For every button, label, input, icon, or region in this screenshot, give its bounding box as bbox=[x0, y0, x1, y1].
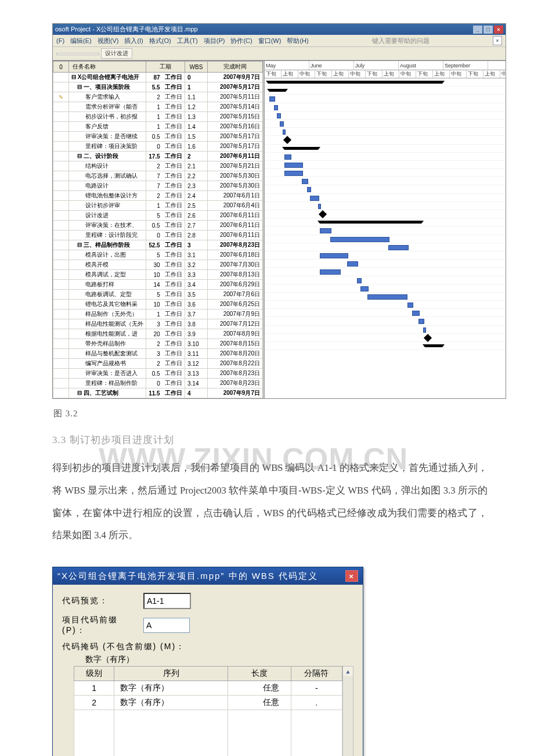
window-title: osoft Project - X公司组合锂离子电池开发项目.mpp bbox=[55, 25, 198, 34]
table-row[interactable]: 根据电性能测试，进20工作日3.92007年8月9日 bbox=[53, 329, 263, 339]
prefix-label: 项目代码前缀 (P)： bbox=[62, 615, 143, 636]
mask-row-empty bbox=[74, 710, 342, 756]
maximize-button[interactable]: □ bbox=[484, 26, 493, 34]
col-duration[interactable]: 工期 bbox=[146, 62, 185, 73]
table-row[interactable]: 结构设计2工作日2.12007年5月21日 bbox=[53, 161, 263, 171]
child-window-close[interactable]: × bbox=[493, 36, 502, 45]
table-row[interactable]: 模具调试，定型10工作日3.32007年8月13日 bbox=[53, 270, 263, 280]
close-button[interactable]: × bbox=[494, 26, 503, 34]
table-row[interactable]: 设计初步评审1工作日2.52007年6月4日 bbox=[53, 201, 263, 211]
table-row[interactable]: ⊟ X公司组合锂离子电池开87工作日02007年9月7日 bbox=[53, 73, 263, 82]
table-row[interactable]: ⊟ 二、设计阶段17.5工作日22007年6月11日 bbox=[53, 152, 263, 161]
window-buttons: _ □ × bbox=[473, 26, 503, 34]
mask-dropdown-value[interactable]: 数字（有序） bbox=[85, 654, 353, 665]
minimize-button[interactable]: _ bbox=[473, 26, 482, 34]
paragraph-text: 得到初步的项目进度计划表后，我们希望项目的 WBS 编码以 A1-1 的格式来定… bbox=[52, 462, 488, 541]
body-paragraph: WWW.ZIXIN.COM.CN 得到初步的项目进度计划表后，我们希望项目的 W… bbox=[52, 457, 488, 547]
dialog-title: “X公司组合锂离子电池开发项目.mpp” 中的 WBS 代码定义 bbox=[57, 571, 318, 582]
table-row[interactable]: 设计改进5工作日2.62007年6月11日 bbox=[53, 211, 263, 221]
task-table[interactable]: 0 任务名称 工期 WBS 完成时间 ⊟ X公司组合锂离子电池开87工作日020… bbox=[53, 61, 263, 398]
table-row[interactable]: 样品电性能测试（无外3工作日3.82007年7月12日 bbox=[53, 319, 263, 329]
table-row[interactable]: 锂电池包整体设计方2工作日2.42007年6月1日 bbox=[53, 191, 263, 201]
table-row[interactable]: ⊟ 四、工艺试制11.5工作日42007年9月7日 bbox=[53, 388, 263, 398]
table-row[interactable]: 评审决策：是否进入0.5工作日3.132007年8月23日 bbox=[53, 369, 263, 379]
figure-caption-3-2: 图 3.2 bbox=[53, 408, 488, 419]
mask-row: 1 数字（有序） 任意 - bbox=[74, 681, 342, 696]
table-row[interactable]: 电芯选择，测试确认7工作日2.22007年5月30日 bbox=[53, 171, 263, 181]
col-info[interactable]: 0 bbox=[53, 62, 69, 73]
table-row[interactable]: 电路设计7工作日2.32007年5月30日 bbox=[53, 181, 263, 191]
section-heading-3-3: 3.3 制订初步项目进度计划 bbox=[52, 433, 488, 447]
menu-insert[interactable]: 插入(I) bbox=[124, 37, 143, 45]
menu-edit[interactable]: 编辑(E) bbox=[70, 37, 92, 45]
table-row[interactable]: 电路板调试、定型5工作日3.52007年7月6日 bbox=[53, 290, 263, 300]
menu-help[interactable]: 帮助(H) bbox=[287, 37, 308, 45]
mask-col-len: 长度 bbox=[228, 667, 291, 681]
wbs-code-dialog: “X公司组合锂离子电池开发项目.mpp” 中的 WBS 代码定义 × 代码预览：… bbox=[52, 567, 363, 756]
table-row[interactable]: ⊟ 三、样品制作阶段52.5工作日32007年8月23日 bbox=[53, 240, 263, 250]
mask-col-sep: 分隔符 bbox=[291, 667, 342, 681]
dialog-close-icon[interactable]: × bbox=[345, 570, 358, 582]
mask-scrollbar[interactable]: ▲ ▼ bbox=[342, 666, 353, 756]
table-row[interactable]: 模具开模30工作日3.22007年7月30日 bbox=[53, 260, 263, 270]
table-row[interactable]: 评审决策：在技术、0.5工作日2.72007年6月11日 bbox=[53, 221, 263, 231]
table-row[interactable]: 样品制作（无外壳）1工作日3.72007年7月9日 bbox=[53, 309, 263, 319]
menu-format[interactable]: 格式(O) bbox=[149, 37, 171, 45]
prefix-input[interactable] bbox=[143, 618, 190, 633]
menu-view[interactable]: 视图(V) bbox=[98, 37, 119, 45]
mask-col-level: 级别 bbox=[74, 667, 114, 681]
col-finish[interactable]: 完成时间 bbox=[208, 62, 263, 73]
code-preview-label: 代码预览： bbox=[62, 596, 143, 606]
mask-row: 2 数字（有序） 任意 . bbox=[74, 696, 342, 710]
gantt-chart[interactable]: MayJuneJulyAugustSeptember 下旬上旬中旬下旬上旬中旬下… bbox=[265, 61, 506, 398]
window-titlebar: osoft Project - X公司组合锂离子电池开发项目.mpp _ □ × bbox=[53, 24, 506, 35]
table-row[interactable]: 锂电芯及其它物料采10工作日3.62007年6月25日 bbox=[53, 300, 263, 309]
mask-table[interactable]: 级别 序列 长度 分隔符 1 数字（有序） 任意 - 2 数字（有序） bbox=[74, 666, 342, 756]
menu-file[interactable]: (F) bbox=[56, 37, 64, 44]
table-row[interactable]: 初步设计书，初步报1工作日1.32007年5月15日 bbox=[53, 112, 263, 122]
project-window: osoft Project - X公司组合锂离子电池开发项目.mpp _ □ ×… bbox=[52, 23, 506, 399]
table-row[interactable]: 需求分析评审（能否1工作日1.22007年5月14日 bbox=[53, 102, 263, 112]
menu-bar: (F) 编辑(E) 视图(V) 插入(I) 格式(O) 工具(T) 项目(P) … bbox=[53, 35, 506, 47]
menu-window[interactable]: 窗口(W) bbox=[258, 37, 282, 45]
menu-collab[interactable]: 协作(C) bbox=[230, 37, 252, 45]
dialog-titlebar: “X公司组合锂离子电池开发项目.mpp” 中的 WBS 代码定义 × bbox=[53, 567, 363, 585]
formula-bar-value[interactable]: 设计改进 bbox=[101, 48, 132, 59]
mask-label: 代码掩码 (不包含前缀) (M)： bbox=[62, 642, 353, 652]
mask-col-seq: 序列 bbox=[114, 667, 228, 681]
code-preview-field bbox=[143, 593, 191, 609]
col-name[interactable]: 任务名称 bbox=[69, 62, 146, 73]
table-row[interactable]: 样品与整机配套测试3工作日3.112007年8月20日 bbox=[53, 349, 263, 359]
table-row[interactable]: 客户反馈1工作日1.42007年5月16日 bbox=[53, 122, 263, 132]
table-row[interactable]: 电路板打样14工作日3.42007年6月29日 bbox=[53, 280, 263, 290]
table-row[interactable]: 带外壳样品制作2工作日3.102007年8月15日 bbox=[53, 339, 263, 349]
table-row[interactable]: 里程碑：项目决策阶0工作日1.62007年5月17日 bbox=[53, 142, 263, 152]
col-wbs[interactable]: WBS bbox=[185, 62, 208, 73]
table-row[interactable]: 里程碑：样品制作阶0工作日3.142007年8月23日 bbox=[53, 379, 263, 388]
scroll-up-icon[interactable]: ▲ bbox=[343, 667, 353, 676]
table-row[interactable]: ⊟ 一、项目决策阶段5.5工作日12007年5月17日 bbox=[53, 82, 263, 92]
menu-project[interactable]: 项目(P) bbox=[204, 37, 225, 45]
formula-bar: 设计改进 bbox=[53, 47, 506, 60]
table-row[interactable]: 模具设计，出图5工作日3.12007年6月18日 bbox=[53, 250, 263, 260]
table-row[interactable]: 编写产品规格书2工作日3.122007年8月22日 bbox=[53, 359, 263, 369]
table-row[interactable]: ✎客户需求输入2工作日1.12007年5月11日 bbox=[53, 92, 263, 102]
menu-tools[interactable]: 工具(T) bbox=[177, 37, 198, 45]
table-row[interactable]: 里程碑：设计阶段完0工作日2.82007年6月11日 bbox=[53, 231, 263, 240]
table-row[interactable]: 评审决策：是否继续0.5工作日1.52007年5月17日 bbox=[53, 132, 263, 142]
help-search-hint[interactable]: 键入需要帮助的问题 bbox=[372, 37, 430, 45]
